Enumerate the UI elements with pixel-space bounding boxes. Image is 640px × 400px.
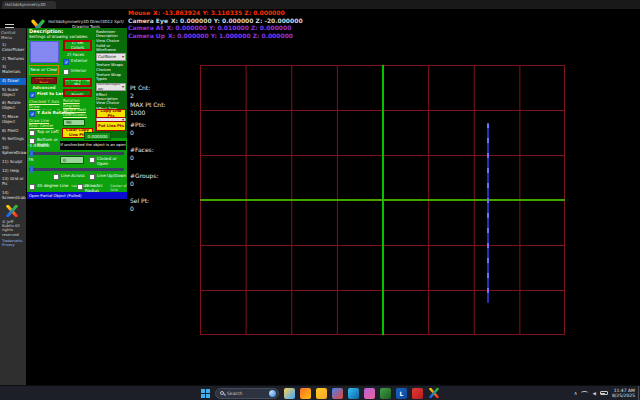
line-across-checkbox[interactable]	[53, 174, 59, 180]
taskbar-icons: L	[284, 388, 439, 399]
closed-or-open-row: Closed or Open	[89, 157, 127, 167]
pin-app-icon[interactable]	[412, 388, 423, 399]
cull-dropdown[interactable]: CullNone▾	[96, 53, 126, 61]
effect-description-label: Effect Description View Choice	[96, 93, 126, 106]
top-or-left-row: Top or Left	[29, 130, 59, 136]
battery-icon[interactable]	[600, 391, 608, 395]
sidebar-header: Control Menu	[0, 28, 26, 42]
copyright-text: © Jeff Kubitz All rights reserved	[0, 219, 26, 238]
search-icon	[220, 391, 224, 395]
texture-wraps-label: Texture Wraps Choices	[96, 63, 126, 72]
slider-2-handle[interactable]	[30, 166, 33, 173]
hidden-icons-chevron-icon[interactable]: ∧	[574, 390, 578, 396]
sidebar-item-11-sculpt[interactable]: 11) Sculpt	[0, 159, 26, 166]
slider-1-handle[interactable]	[30, 150, 33, 157]
top-or-left-label: Top or Left	[37, 130, 59, 135]
interior-row: Interior	[63, 69, 86, 75]
network-icon[interactable]	[581, 391, 588, 395]
deg45-line-checkbox[interactable]	[29, 184, 35, 190]
chevron-down-icon: ▾	[122, 84, 124, 90]
object-mode-bar: Open Partial Object (Pulled)	[27, 192, 127, 199]
drawn-line[interactable]	[487, 123, 489, 303]
solid-wireframe-label: Solid or Wireframe	[96, 44, 126, 53]
sidebar-item-8-fileio[interactable]: 8) FileIO	[0, 128, 26, 135]
chrome-icon[interactable]	[332, 388, 343, 399]
rasterizer-label: Rasterizer Description View Choice	[96, 30, 126, 43]
draw-line-first-link[interactable]: Draw Line First: Center End points	[29, 119, 58, 129]
sidebar-item-9-settings[interactable]: 9) Settings	[0, 136, 26, 143]
clock-date: 8/25/2025	[612, 393, 635, 398]
sidebar-item-2-textures[interactable]: 2) Textures	[0, 56, 26, 63]
top-or-left-checkbox[interactable]	[29, 130, 35, 136]
set-colors-button[interactable]: 1) Set Colors	[63, 40, 92, 51]
status-faces: #Faces:0	[130, 146, 154, 161]
sidebar-item-5-scale-object[interactable]: 5) Scale Object	[0, 87, 26, 99]
texture-wrap-dropdown[interactable]: Anisotropic Wr▾	[96, 83, 126, 91]
line-up-down-checkbox[interactable]	[89, 174, 95, 180]
status-readouts: Pt Cnt:2MAX Pt Cnt:1000#Pts:0#Faces:0#Gr…	[130, 0, 190, 400]
value-input[interactable]: 0	[60, 156, 84, 164]
slider-1-value: 76	[28, 157, 33, 162]
put-line-pts-button[interactable]: Put Line Pts	[96, 121, 126, 131]
exterior-checkbox[interactable]	[63, 59, 69, 65]
l-app-icon[interactable]: L	[396, 388, 407, 399]
browser-icon[interactable]	[300, 388, 311, 399]
green-app-icon[interactable]	[380, 388, 391, 399]
x-app-icon[interactable]	[428, 388, 439, 399]
sidebar-item-12-help[interactable]: 12) Help	[0, 168, 26, 175]
exterior-label: Exterior	[71, 59, 88, 64]
taskbar-clock[interactable]: 11:47 AM 8/25/2025	[612, 388, 635, 398]
volume-icon[interactable]: ◀	[592, 391, 595, 396]
sidebar-item-6-rotate-object[interactable]: 6) Rotate Object	[0, 100, 26, 112]
color-preview-swatch[interactable]	[30, 41, 59, 63]
interior-checkbox[interactable]	[63, 69, 69, 75]
sidebar-item-10-spheredraw[interactable]: 10) SphereDraw	[0, 145, 26, 157]
chevron-down-icon: ▾	[122, 54, 124, 60]
line-up-down-row: Line Up/Down	[89, 174, 126, 180]
status-pt-cnt: Pt Cnt:2	[130, 84, 150, 99]
status-max-pt-cnt: MAX Pt Cnt:1000	[130, 101, 166, 116]
rotation-degrees-input[interactable]: 90	[63, 119, 85, 126]
appbar: Hot3dsSymmetry3D Direct3D12 Xprt/ Drawin…	[0, 9, 127, 28]
line-across-label: Line Across	[61, 174, 85, 179]
axis-draw-link[interactable]: Checked Y Axis Draw Unchecked = X Axis	[29, 100, 60, 110]
sidebar-item-13-grid-or-pic[interactable]: 13) Grid or Pic	[0, 176, 26, 188]
deg45-line-label: 45 degree Line	[37, 184, 68, 189]
sidebar-item-1-colorpicker[interactable]: 1) ColorPicker	[0, 42, 26, 54]
app-window: Hot3dsSymmetry3D Hot3dsSymmetry3D Direct…	[0, 0, 640, 400]
exterior-row: Exterior	[63, 59, 88, 65]
taskbar-search[interactable]: Search	[215, 388, 279, 399]
interior-label: Interior	[71, 69, 86, 74]
color-list-next-button[interactable]: Color List Next	[31, 77, 57, 84]
sidebar-item-3-materials[interactable]: 3) Materials	[0, 64, 26, 76]
drawarc-radius-checkbox[interactable]	[77, 184, 83, 190]
sidebar-item-4-draw[interactable]: 4) Draw!	[0, 78, 26, 85]
status-sel-pt: Sel Pt:0	[130, 197, 149, 212]
sidebar-item-14-screengrab[interactable]: 14) ScreenGrab	[0, 190, 26, 202]
coordinate-value: -1.930000	[28, 143, 50, 148]
sidebar-footer-links[interactable]: Trademarks Privacy	[0, 237, 26, 247]
y-axis-rotation-checkbox[interactable]	[29, 111, 35, 117]
first-to-last-row: First to Last	[29, 92, 66, 98]
center-horizontal-axis	[200, 199, 565, 201]
window-tab[interactable]: Hot3dsSymmetry3D	[2, 1, 56, 9]
slider-1[interactable]	[29, 152, 124, 155]
slider-2[interactable]	[29, 168, 124, 171]
system-tray: ∧ ◀ 11:47 AM 8/25/2025	[574, 387, 635, 399]
copy-flip-pts-button[interactable]: 3) Copy Flip Pts	[63, 78, 92, 87]
first-to-last-checkbox[interactable]	[29, 92, 35, 98]
set-points-button[interactable]: 4) Set Points	[63, 89, 92, 97]
copy-line-pts-button[interactable]: Copy Line Pts	[96, 109, 126, 118]
edge-icon[interactable]	[348, 388, 359, 399]
new-or-clear-button[interactable]: New or Clear	[29, 65, 59, 75]
sidebar-logo-icon	[6, 205, 18, 217]
closed-or-open-checkbox[interactable]	[89, 157, 95, 163]
status-groups: #Groups:0	[130, 172, 158, 187]
draw-settings-panel: Description: Settings of drawing variabl…	[27, 28, 127, 199]
file-explorer-icon[interactable]	[284, 388, 295, 399]
media-icon[interactable]	[364, 388, 375, 399]
sidebar-item-7-move-object[interactable]: 7) Move Object	[0, 114, 26, 126]
rotation-degrees-link[interactable]: Rotation Degrees before next Line Drawn,…	[63, 99, 93, 118]
start-button[interactable]	[201, 389, 210, 398]
folder-icon[interactable]	[316, 388, 327, 399]
